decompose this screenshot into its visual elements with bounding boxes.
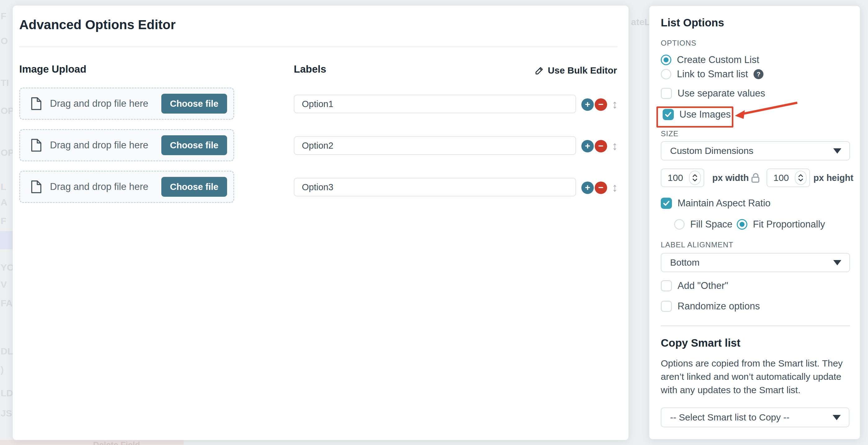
bg-bottom-strip xyxy=(184,440,868,445)
label-alignment-value: Bottom xyxy=(670,257,700,268)
image-dropzone[interactable]: Drag and drop file here Choose file xyxy=(19,129,234,161)
fill-space-option: Fill Space xyxy=(674,219,733,230)
bg-fragment: ) xyxy=(1,365,4,375)
drag-reorder-handle[interactable]: ↕ xyxy=(612,181,618,194)
height-input-box xyxy=(767,169,810,187)
fill-space-label: Fill Space xyxy=(690,219,733,230)
randomize-options-label: Randomize options xyxy=(678,301,760,312)
option-label-input[interactable] xyxy=(294,178,576,197)
randomize-options-checkbox[interactable] xyxy=(661,301,672,312)
option-row: + − ↕ xyxy=(294,136,628,155)
px-height-label: px height xyxy=(813,173,854,183)
select-smart-list-dropdown[interactable]: -- Select Smart list to Copy -- xyxy=(661,408,849,427)
option-label-input[interactable] xyxy=(294,95,576,113)
use-bulk-editor-button[interactable]: Use Bulk Editor xyxy=(535,65,617,76)
add-option-button[interactable]: + xyxy=(581,181,594,194)
bg-fragment: YO xyxy=(1,262,14,273)
bg-fragment: L xyxy=(1,181,6,192)
dropzone-text: Drag and drop file here xyxy=(50,181,148,192)
bg-fragment: O xyxy=(1,36,8,46)
copy-smart-list-heading: Copy Smart list xyxy=(661,337,741,349)
size-section-label: SIZE xyxy=(661,129,678,138)
bg-fragment: A xyxy=(1,197,7,208)
help-icon[interactable]: ? xyxy=(753,69,764,79)
remove-option-button[interactable]: − xyxy=(595,140,607,152)
options-section-label: OPTIONS xyxy=(661,39,696,48)
width-stepper[interactable] xyxy=(689,171,701,185)
remove-option-button[interactable]: − xyxy=(595,181,607,194)
maintain-aspect-ratio-label: Maintain Aspect Ratio xyxy=(678,198,771,209)
label-alignment-section-label: LABEL ALIGNMENT xyxy=(661,240,733,249)
randomize-options-row: Randomize options xyxy=(661,301,760,312)
fit-proportionally-radio[interactable] xyxy=(737,219,747,230)
check-icon xyxy=(665,112,672,117)
chevron-down-icon xyxy=(833,260,841,265)
height-input[interactable] xyxy=(773,169,795,186)
create-custom-list-label: Create Custom List xyxy=(677,54,759,65)
image-dropzone[interactable]: Drag and drop file here Choose file xyxy=(19,88,234,120)
remove-option-button[interactable]: − xyxy=(595,98,607,111)
fit-proportionally-option: Fit Proportionally xyxy=(737,219,825,230)
page-title: Advanced Options Editor xyxy=(19,18,176,32)
bg-fragment: FA xyxy=(1,298,12,308)
labels-heading: Labels xyxy=(294,63,327,75)
add-other-row: Add "Other" xyxy=(661,280,728,291)
size-dropdown[interactable]: Custom Dimensions xyxy=(661,141,850,160)
bg-fragment: TI xyxy=(1,78,9,88)
link-to-smart-list-label: Link to Smart list xyxy=(677,68,748,80)
choose-file-button[interactable]: Choose file xyxy=(161,135,227,155)
width-input-box xyxy=(661,169,704,187)
height-stepper[interactable] xyxy=(795,171,807,185)
use-separate-values-label: Use separate values xyxy=(678,88,765,99)
check-icon xyxy=(663,201,670,206)
label-alignment-dropdown[interactable]: Bottom xyxy=(661,253,850,272)
bg-fragment: F xyxy=(1,216,6,226)
use-separate-values-checkbox[interactable] xyxy=(661,88,672,99)
radio-row-create-custom-list: Create Custom List xyxy=(661,54,759,65)
add-other-checkbox[interactable] xyxy=(661,280,672,291)
bg-fragment: OP xyxy=(1,147,14,158)
bg-fragment: LD xyxy=(1,388,13,398)
dropzone-text: Drag and drop file here xyxy=(50,98,148,109)
option-row: + − ↕ xyxy=(294,178,628,197)
option-label-input[interactable] xyxy=(294,136,576,155)
drag-reorder-handle[interactable]: ↕ xyxy=(612,139,618,153)
create-custom-list-radio[interactable] xyxy=(661,55,671,65)
annotation-arrow xyxy=(731,98,802,125)
list-options-panel: List Options OPTIONS Create Custom List … xyxy=(649,6,860,439)
file-icon xyxy=(31,180,42,194)
title-divider xyxy=(19,47,617,47)
size-dropdown-value: Custom Dimensions xyxy=(670,146,753,156)
bg-fragment: F xyxy=(1,11,6,22)
use-images-label: Use Images xyxy=(679,109,731,120)
width-input[interactable] xyxy=(668,169,689,186)
add-other-label: Add "Other" xyxy=(678,280,728,291)
use-separate-values-row: Use separate values xyxy=(661,88,765,99)
chevron-down-icon xyxy=(833,148,841,154)
add-option-button[interactable]: + xyxy=(581,98,594,111)
file-icon xyxy=(31,97,42,111)
maintain-aspect-ratio-row: Maintain Aspect Ratio xyxy=(661,198,771,209)
radio-row-link-smart-list: Link to Smart list ? xyxy=(661,68,764,80)
bg-delete-field-label: Delete Field xyxy=(93,440,140,445)
unlock-icon[interactable] xyxy=(749,172,761,183)
select-smart-list-value: -- Select Smart list to Copy -- xyxy=(670,412,789,423)
file-icon xyxy=(31,139,42,152)
add-option-button[interactable]: + xyxy=(581,140,594,152)
choose-file-button[interactable]: Choose file xyxy=(161,177,227,197)
use-images-checkbox[interactable] xyxy=(663,109,674,120)
bg-fragment: OP xyxy=(1,106,14,116)
drag-reorder-handle[interactable]: ↕ xyxy=(612,98,618,111)
copy-smart-list-description: Options are copied from the Smart list. … xyxy=(661,357,853,396)
maintain-aspect-ratio-checkbox[interactable] xyxy=(661,198,672,209)
link-to-smart-list-radio[interactable] xyxy=(661,69,671,80)
use-images-row: Use Images xyxy=(663,109,731,120)
screen: F O TI OP OP L A F YO V FA DL ) LD JS at… xyxy=(0,0,868,445)
fill-space-radio[interactable] xyxy=(674,219,685,230)
image-dropzone[interactable]: Drag and drop file here Choose file xyxy=(19,171,234,203)
fit-mode-row: Fill Space Fit Proportionally xyxy=(661,219,850,231)
choose-file-button[interactable]: Choose file xyxy=(161,94,227,114)
size-inputs-row: px width px height xyxy=(661,169,850,187)
section-divider xyxy=(661,326,850,326)
bg-fragment: DL xyxy=(1,346,13,357)
